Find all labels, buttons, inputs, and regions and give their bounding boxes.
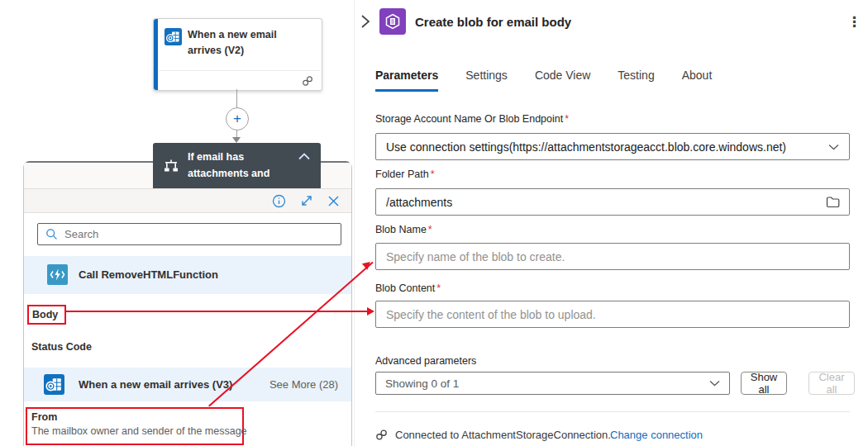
blob-name-label: Blob Name* — [375, 224, 432, 235]
required-asterisk: * — [436, 282, 441, 294]
expand-icon[interactable] — [300, 194, 313, 207]
panel-tabs: Parameters Settings Code View Testing Ab… — [375, 69, 712, 92]
see-more-link[interactable]: See More (28) — [269, 378, 338, 391]
blob-content-box — [375, 301, 850, 328]
search-box — [37, 223, 341, 245]
connected-status-text: Connected to AttachmentStorageConnection… — [395, 429, 611, 441]
picker-row-email-v3[interactable]: When a new email arrives (V3) See More (… — [24, 368, 351, 401]
annotation-line-body-to-blob-content — [65, 311, 368, 312]
blob-storage-icon — [379, 8, 406, 35]
chevron-down-icon — [709, 380, 720, 387]
folder-path-label: Folder Path* — [375, 168, 435, 180]
tab-parameters[interactable]: Parameters — [375, 69, 438, 92]
chevron-down-icon — [828, 144, 839, 150]
insert-step-button[interactable]: + — [226, 107, 249, 130]
dynamic-content-popup: Call RemoveHTMLFunction Body Status Code… — [23, 161, 352, 446]
more-options-icon[interactable]: ⋮ — [847, 13, 861, 31]
chevron-up-icon[interactable] — [298, 153, 310, 160]
from-token-label: From — [31, 411, 247, 423]
blob-name-box — [375, 243, 850, 270]
trigger-title: When a new email arrives (V2) — [188, 27, 310, 59]
trigger-accent-bar — [154, 19, 158, 90]
required-asterisk: * — [565, 113, 569, 125]
advanced-parameters-label: Advanced parameters — [375, 355, 476, 367]
clear-all-button[interactable]: Clear all — [808, 372, 855, 395]
from-token-description: The mailbox owner and sender of the mess… — [31, 425, 247, 437]
advanced-dropdown-value: Showing 0 of 1 — [376, 377, 709, 390]
condition-icon — [164, 159, 179, 174]
tab-code-view[interactable]: Code View — [535, 69, 590, 92]
blob-name-input[interactable] — [376, 250, 849, 263]
tab-settings[interactable]: Settings — [465, 69, 508, 92]
picker-token-from[interactable]: From The mailbox owner and sender of the… — [31, 411, 247, 437]
collapse-panel-chevron-icon[interactable] — [359, 14, 370, 29]
change-connection-link[interactable]: Change connection — [610, 429, 703, 441]
picker-row-function-label: Call RemoveHTMLFunction — [79, 268, 218, 281]
close-icon[interactable] — [327, 195, 340, 207]
connector-line-top — [236, 89, 237, 108]
search-icon — [45, 228, 58, 240]
blob-content-label: Blob Content* — [375, 282, 441, 294]
folder-path-box — [375, 188, 850, 216]
storage-field-label: Storage Account Name Or Blob Endpoint* — [375, 113, 569, 125]
connection-icon — [375, 429, 388, 441]
blob-content-input[interactable] — [376, 308, 849, 321]
tab-testing[interactable]: Testing — [618, 69, 654, 92]
panel-title: Create blob for email body — [415, 15, 571, 29]
folder-path-input[interactable] — [376, 196, 826, 209]
outlook-icon — [165, 28, 182, 45]
search-input[interactable] — [58, 228, 341, 240]
popup-toolbar — [24, 188, 351, 213]
outlook-icon — [44, 374, 64, 395]
trigger-card[interactable]: When a new email arrives (V2) — [153, 18, 322, 91]
annotation-arrowhead-blob-content — [367, 307, 374, 316]
panel-footer-divider — [375, 411, 850, 412]
show-all-button[interactable]: Show all — [741, 372, 787, 395]
advanced-parameters-dropdown[interactable]: Showing 0 of 1 — [375, 372, 730, 395]
connector-arrowhead — [232, 137, 241, 143]
azure-function-icon — [47, 264, 68, 285]
app-window: When a new email arrives (V2) + — [0, 0, 868, 446]
required-asterisk: * — [431, 168, 435, 180]
storage-account-select[interactable]: Use connection settings(https://attachme… — [375, 133, 850, 160]
info-icon[interactable] — [272, 194, 286, 208]
picker-row-email-v3-label: When a new email arrives (V3) — [79, 378, 232, 391]
picker-token-body[interactable]: Body — [32, 309, 58, 320]
folder-picker-icon[interactable] — [826, 196, 840, 208]
required-asterisk: * — [428, 224, 432, 235]
condition-card[interactable]: If email has attachments and — [153, 143, 321, 188]
storage-account-value: Use connection settings(https://attachme… — [376, 140, 828, 154]
condition-title-line1: If email has — [188, 149, 269, 165]
plus-icon: + — [233, 112, 241, 126]
connection-icon[interactable] — [302, 75, 313, 87]
picker-token-status-code[interactable]: Status Code — [31, 341, 92, 353]
picker-row-function[interactable]: Call RemoveHTMLFunction — [24, 256, 351, 294]
action-details-panel: Create blob for email body ⋮ Parameters … — [354, 0, 868, 446]
trigger-footer-divider — [159, 70, 321, 71]
tab-about[interactable]: About — [682, 69, 713, 92]
condition-title-line2: attachments and — [188, 165, 269, 182]
